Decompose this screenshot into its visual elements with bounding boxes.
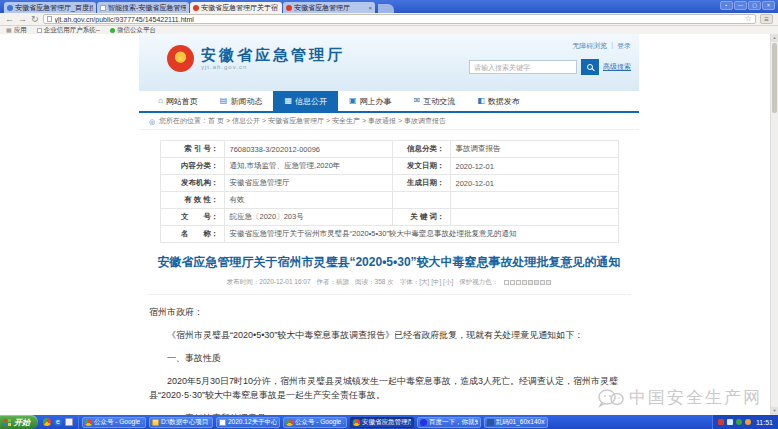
eye-protect-swatch[interactable]: [504, 280, 509, 285]
start-button[interactable]: 开始: [0, 415, 38, 429]
accessibility-link[interactable]: 无障碍浏览: [572, 41, 607, 51]
watermark: 中国安全生产网: [598, 386, 762, 409]
vertical-scrollbar[interactable]: ▲ ▼: [770, 34, 778, 415]
browser-tab-1[interactable]: 安徽省应急管理厅_百度搜 ×: [4, 2, 96, 13]
task-button-3[interactable]: 2020.12关于中心...: [216, 417, 280, 428]
wechat-icon: [110, 28, 115, 33]
site-header: ★ 安徽省应急管理厅 yjt.ah.gov.cn 无障碍浏览 | 登录: [139, 34, 639, 91]
nav-item-home[interactable]: ⌂ 网站首页: [147, 91, 209, 111]
article-paragraph: 宿州市政府：: [149, 305, 629, 319]
windows-taskbar: 开始 e 公众号 - Google ... D:\数据中心项目 2020.12关…: [0, 415, 778, 429]
scrollbar-thumb[interactable]: [772, 43, 777, 113]
desktop-quicklaunch-icon[interactable]: [65, 418, 73, 426]
breadcrumb-text[interactable]: 您所在的位置：首 页 > 信息公开 > 安徽省应急管理厅 > 安全生产 > 事故…: [159, 116, 446, 126]
search-input[interactable]: [469, 60, 577, 74]
article-paragraph: 2020年5月30日7时10分许，宿州市灵璧县灵城镇发生一起中毒窒息事故，造成3…: [149, 374, 629, 402]
task-label: 安徽省应急管理厅: [362, 418, 411, 427]
back-icon[interactable]: ←: [5, 15, 14, 24]
meta-label: 文 号：: [160, 209, 224, 226]
browser-menu-icon[interactable]: ≡: [760, 14, 773, 24]
nav-item-news[interactable]: ▤ 新闻动态: [209, 91, 274, 111]
site-title-block: 安徽省应急管理厅 yjt.ah.gov.cn: [201, 47, 345, 70]
task-button-1[interactable]: 公众号 - Google ...: [82, 417, 146, 428]
apps-grid-icon: ▦: [6, 27, 12, 33]
wechat-bubbles-icon: [598, 388, 624, 408]
site-title: 安徽省应急管理厅: [201, 47, 345, 64]
font-size-controls[interactable]: 字体：[大] [中] [小]: [400, 278, 453, 287]
main-nav: ⌂ 网站首页 ▤ 新闻动态 ▦ 信息公开 ▣ 网上办事 ✉ 互动交流: [139, 91, 639, 113]
eye-protect-swatch[interactable]: [528, 280, 533, 285]
task-button-5-active[interactable]: 安徽省应急管理厅: [350, 417, 414, 428]
eye-protect-swatch[interactable]: [516, 280, 521, 285]
forward-icon[interactable]: →: [18, 15, 27, 24]
scroll-up-icon[interactable]: ▲: [771, 34, 778, 42]
data-release-icon: ◧: [477, 97, 485, 105]
tray-clock[interactable]: 11:51: [756, 419, 773, 426]
update-tray-icon[interactable]: [745, 419, 751, 425]
scroll-down-icon[interactable]: ▼: [771, 407, 778, 415]
wechat-tray-icon[interactable]: [736, 419, 742, 425]
close-tab-icon[interactable]: ×: [368, 5, 372, 11]
chrome-quicklaunch-icon[interactable]: [43, 418, 51, 426]
maximize-button[interactable]: ▢: [748, 1, 761, 10]
nav-item-info-disclosure[interactable]: ▦ 信息公开: [273, 91, 338, 111]
eye-protect-swatch[interactable]: [540, 280, 545, 285]
minimize-button[interactable]: —: [734, 1, 747, 10]
volume-tray-icon[interactable]: [727, 419, 733, 425]
nav-item-interaction[interactable]: ✉ 互动交流: [403, 91, 467, 111]
browser-tab-2[interactable]: 智能搜索-安徽省应急管理 ×: [97, 2, 189, 13]
baidu-icon: [420, 419, 427, 426]
meta-value: [450, 209, 618, 226]
window-user-button[interactable]: ▪: [720, 1, 733, 10]
author: 作者：稿源: [317, 278, 350, 287]
eye-protect-swatch[interactable]: [546, 280, 551, 285]
info-icon: ▦: [284, 97, 292, 105]
header-top-links: 无障碍浏览 | 登录: [572, 41, 631, 51]
refresh-icon[interactable]: ↻: [31, 15, 39, 24]
nav-label: 新闻动态: [230, 96, 262, 107]
site-logo-row[interactable]: ★ 安徽省应急管理厅 yjt.ah.gov.cn: [167, 45, 345, 72]
article-paragraph: 《宿州市灵璧县“2020•5•30”较大中毒窒息事故调查报告》已经省政府批复，现…: [149, 328, 629, 342]
browser-tab-3-active[interactable]: 安徽省应急管理厅关于宿 ×: [190, 2, 282, 13]
url-text[interactable]: yjt.ah.gov.cn/public/9377745/145422111.h…: [55, 16, 742, 23]
meta-value: 2020-12-01: [450, 158, 618, 175]
nav-item-online-services[interactable]: ▣ 网上办事: [338, 91, 403, 111]
task-button-4[interactable]: 公众号 - Google ...: [283, 417, 347, 428]
breadcrumb: ◎ 您所在的位置：首 页 > 信息公开 > 安徽省应急管理厅 > 安全生产 > …: [139, 113, 639, 130]
security-tray-icon[interactable]: [718, 419, 724, 425]
chrome-icon: [353, 419, 360, 426]
address-bar[interactable]: yjt.ah.gov.cn/public/9377745/145422111.h…: [43, 14, 756, 24]
task-label: 百度一下，你就知...: [429, 418, 478, 427]
search-button[interactable]: [581, 59, 599, 75]
site-page: ★ 安徽省应急管理厅 yjt.ah.gov.cn 无障碍浏览 | 登录: [139, 34, 639, 415]
task-button-6[interactable]: 百度一下，你就知...: [417, 417, 481, 428]
home-icon: ⌂: [158, 97, 163, 105]
close-button[interactable]: ×: [762, 1, 775, 10]
task-label: 公众号 - Google ...: [295, 418, 344, 427]
publish-time: 发布时间：2020-12-01 16:07: [227, 278, 311, 287]
task-label: 乱码01_60x140x70...: [496, 418, 545, 427]
table-row: 索 引 号： 76080338-3/202012-00096 信息分类： 事故调…: [160, 141, 618, 158]
article-paragraph: 一、事故性质: [149, 351, 629, 365]
nav-label: 网上办事: [360, 96, 392, 107]
page-title: 安徽省应急管理厅关于宿州市灵璧县“2020•5•30”较大中毒窒息事故处理批复意…: [145, 255, 633, 271]
task-button-7[interactable]: 乱码01_60x140x70...: [484, 417, 548, 428]
eye-protect-swatch[interactable]: [522, 280, 527, 285]
nav-item-data-release[interactable]: ◧ 数据发布: [466, 91, 531, 111]
eye-protect-swatches: [504, 280, 551, 285]
browser-toolbar: ← → ↻ yjt.ah.gov.cn/public/9377745/14542…: [0, 13, 778, 26]
login-link[interactable]: 登录: [617, 41, 631, 51]
new-tab-button[interactable]: [378, 4, 394, 13]
screen: 安徽省应急管理厅_百度搜 × 智能搜索-安徽省应急管理 × 安徽省应急管理厅关于…: [0, 0, 778, 429]
advanced-search-link[interactable]: 高级搜索: [603, 62, 631, 72]
watermark-text: 中国安全生产网: [629, 386, 762, 409]
browser-tab-4[interactable]: 安徽省应急管理厅 ×: [283, 2, 375, 13]
task-button-2[interactable]: D:\数据中心项目: [149, 417, 213, 428]
task-label: 公众号 - Google ...: [94, 418, 143, 427]
file-icon: [487, 419, 494, 426]
eye-protect-swatch[interactable]: [534, 280, 539, 285]
ie-quicklaunch-icon[interactable]: e: [54, 418, 62, 426]
bookmark-star-icon[interactable]: ☆: [745, 15, 752, 23]
eye-protect-swatch[interactable]: [510, 280, 515, 285]
tab-title: 智能搜索-安徽省应急管理 ×: [108, 3, 186, 13]
